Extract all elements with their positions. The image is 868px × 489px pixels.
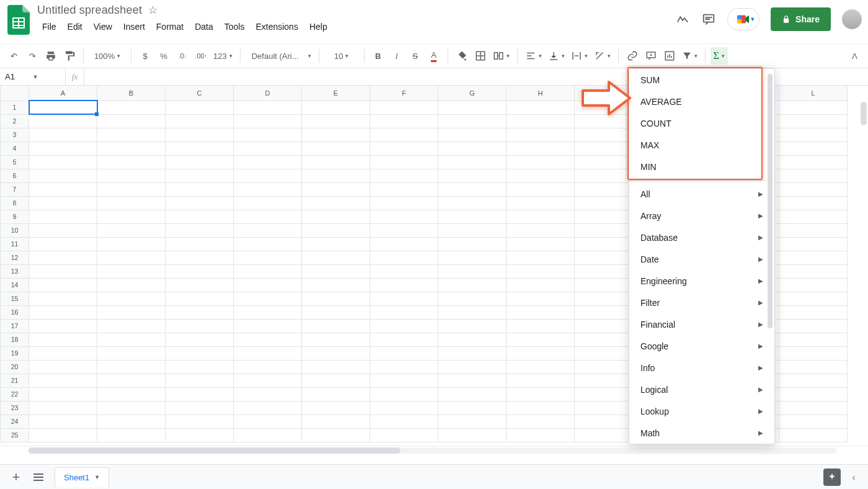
text-color-button[interactable]: A: [425, 47, 443, 65]
cell[interactable]: [370, 305, 438, 319]
fn-category-info[interactable]: Info▶: [629, 357, 774, 379]
fn-category-financial[interactable]: Financial▶: [629, 313, 774, 335]
fn-category-google[interactable]: Google▶: [629, 335, 774, 357]
cell[interactable]: [507, 155, 575, 169]
cell[interactable]: [302, 196, 370, 210]
cell[interactable]: [166, 251, 234, 264]
cell[interactable]: [234, 155, 302, 169]
cell[interactable]: [370, 346, 438, 360]
cell[interactable]: [779, 360, 848, 374]
cell[interactable]: [507, 278, 575, 292]
cell[interactable]: [166, 237, 234, 251]
cell[interactable]: [302, 401, 370, 415]
cell[interactable]: [438, 223, 507, 237]
cell[interactable]: [29, 428, 97, 442]
cell[interactable]: [507, 374, 575, 387]
undo-button[interactable]: ↶: [5, 47, 22, 65]
cell[interactable]: [97, 428, 166, 442]
font-size-select[interactable]: 10: [324, 47, 359, 65]
fn-item-min[interactable]: MIN: [629, 156, 774, 177]
cell[interactable]: [97, 333, 166, 346]
name-box[interactable]: A1▼: [0, 68, 66, 85]
fn-category-logical[interactable]: Logical▶: [629, 379, 774, 400]
row-header[interactable]: 5: [1, 155, 29, 169]
cell[interactable]: [29, 210, 97, 223]
cell[interactable]: [779, 141, 848, 155]
cell[interactable]: [234, 196, 302, 210]
row-header[interactable]: 9: [1, 210, 29, 223]
cell[interactable]: [166, 278, 234, 292]
menu-tools[interactable]: Tools: [219, 19, 250, 34]
cell[interactable]: [302, 278, 370, 292]
cell[interactable]: [166, 346, 234, 360]
row-header[interactable]: 15: [1, 292, 29, 305]
row-header[interactable]: 23: [1, 401, 29, 415]
cell[interactable]: [166, 292, 234, 305]
cell[interactable]: [438, 333, 507, 346]
cell[interactable]: [234, 114, 302, 128]
cell[interactable]: [438, 182, 507, 196]
cell[interactable]: [234, 346, 302, 360]
cell[interactable]: [438, 428, 507, 442]
add-sheet-button[interactable]: +: [5, 468, 27, 487]
cell[interactable]: [29, 415, 97, 428]
fn-item-count[interactable]: COUNT: [629, 112, 774, 134]
menu-scrollbar[interactable]: [768, 74, 773, 328]
text-wrap-button[interactable]: [569, 47, 590, 65]
cell[interactable]: [29, 128, 97, 141]
cell[interactable]: [302, 182, 370, 196]
row-header[interactable]: 20: [1, 360, 29, 374]
cell[interactable]: [234, 387, 302, 401]
cell[interactable]: [779, 401, 848, 415]
explore-button[interactable]: [823, 469, 841, 486]
cell[interactable]: [438, 141, 507, 155]
fn-category-math[interactable]: Math▶: [629, 422, 774, 444]
column-header[interactable]: C: [166, 86, 234, 101]
share-button[interactable]: Share: [771, 7, 831, 31]
cell[interactable]: [302, 169, 370, 182]
cell[interactable]: [779, 101, 848, 114]
cell[interactable]: [29, 182, 97, 196]
bold-button[interactable]: B: [370, 47, 387, 65]
menu-file[interactable]: File: [37, 19, 61, 34]
row-header[interactable]: 21: [1, 374, 29, 387]
cell[interactable]: [29, 333, 97, 346]
cell[interactable]: [507, 223, 575, 237]
insert-chart-button[interactable]: [661, 47, 678, 65]
menu-extensions[interactable]: Extensions: [250, 19, 303, 34]
vertical-scrollbar[interactable]: [861, 102, 867, 125]
cell[interactable]: [302, 251, 370, 264]
cell[interactable]: [166, 264, 234, 278]
cell[interactable]: [370, 401, 438, 415]
cell[interactable]: [29, 251, 97, 264]
column-header[interactable]: G: [438, 86, 507, 101]
cell[interactable]: [97, 169, 166, 182]
cell[interactable]: [29, 319, 97, 333]
fill-color-button[interactable]: [453, 47, 471, 65]
cell[interactable]: [507, 141, 575, 155]
cell[interactable]: [29, 101, 97, 114]
cell[interactable]: [97, 264, 166, 278]
cell[interactable]: [507, 292, 575, 305]
cell[interactable]: [29, 346, 97, 360]
increase-decimal-button[interactable]: .00↑: [192, 47, 210, 65]
cell[interactable]: [29, 264, 97, 278]
row-header[interactable]: 12: [1, 251, 29, 264]
borders-button[interactable]: [472, 47, 489, 65]
cell[interactable]: [166, 415, 234, 428]
cell[interactable]: [234, 319, 302, 333]
cell[interactable]: [370, 333, 438, 346]
cell[interactable]: [779, 374, 848, 387]
cell[interactable]: [29, 237, 97, 251]
cell[interactable]: [370, 387, 438, 401]
row-header[interactable]: 22: [1, 387, 29, 401]
insert-comment-button[interactable]: [642, 47, 660, 65]
cell[interactable]: [779, 278, 848, 292]
cell[interactable]: [97, 278, 166, 292]
vertical-align-button[interactable]: [546, 47, 567, 65]
cell[interactable]: [234, 251, 302, 264]
cell[interactable]: [97, 210, 166, 223]
cell[interactable]: [29, 141, 97, 155]
cell[interactable]: [370, 251, 438, 264]
cell[interactable]: [97, 415, 166, 428]
